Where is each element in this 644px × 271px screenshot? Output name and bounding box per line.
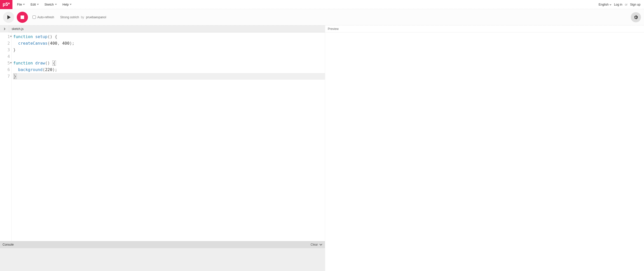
autorefresh-toggle[interactable]: Auto-refresh [33, 15, 54, 19]
token-fn: draw [35, 61, 45, 65]
token-bracket-match: } [13, 74, 17, 79]
console-body[interactable] [0, 248, 325, 271]
fold-icon[interactable] [10, 36, 12, 37]
sketch-title[interactable]: Strong ostrich [60, 15, 79, 19]
caret-down-icon [37, 4, 39, 5]
autorefresh-checkbox[interactable] [33, 15, 36, 19]
console-bar[interactable]: Console Clear [0, 241, 325, 248]
stop-button[interactable] [17, 12, 28, 23]
login-link[interactable]: Log in [614, 3, 622, 6]
token-pn [13, 41, 18, 46]
filename-label[interactable]: sketch.js [9, 27, 24, 31]
token-fn: background [18, 67, 42, 72]
menu-label: Sketch [44, 3, 54, 6]
play-icon [7, 15, 11, 19]
caret-down-icon [70, 4, 72, 5]
code-line[interactable]: } [13, 73, 325, 80]
code-line[interactable]: background(220); [13, 66, 325, 73]
token-kw: function [13, 61, 35, 65]
menu-help[interactable]: Help [60, 2, 74, 7]
menu-label: Help [62, 3, 69, 6]
console-clear-button[interactable]: Clear [310, 243, 322, 246]
token-pn [13, 67, 18, 72]
main-area: sketch.js 1234567 function setup() { cre… [0, 25, 644, 271]
code-editor[interactable]: 1234567 function setup() { createCanvas(… [0, 32, 325, 241]
left-pane: sketch.js 1234567 function setup() { cre… [0, 25, 325, 271]
code-area[interactable]: function setup() { createCanvas(400, 400… [12, 32, 325, 241]
token-pn: ( [48, 41, 50, 46]
code-line[interactable] [13, 53, 325, 60]
file-bar: sketch.js [0, 25, 325, 32]
menu-bar: FileEditSketchHelp [15, 2, 74, 7]
top-nav: p5* FileEditSketchHelp English Log in or… [0, 0, 644, 9]
gear-icon [633, 15, 638, 20]
token-pn: ); [70, 41, 74, 46]
toolbar: Auto-refresh Strong ostrich by pruebaesp… [0, 9, 644, 25]
preview-canvas [325, 32, 644, 271]
line-number: 3 [0, 47, 11, 53]
sketch-name: Strong ostrich by pruebaespanol [60, 15, 106, 19]
stop-icon [21, 15, 24, 19]
console-label: Console [3, 243, 14, 246]
token-num: 400 [50, 41, 57, 46]
menu-edit[interactable]: Edit [28, 2, 41, 7]
signup-link[interactable]: Sign up [630, 3, 640, 6]
code-line[interactable]: } [13, 47, 325, 53]
token-pn: } [13, 47, 16, 52]
preview-label: Preview [325, 25, 644, 32]
token-pn: , [57, 41, 62, 46]
menu-label: File [17, 3, 22, 6]
play-button[interactable] [3, 12, 14, 23]
line-number: 7 [0, 73, 11, 80]
logo[interactable]: p5* [0, 0, 12, 9]
line-number: 6 [0, 66, 11, 73]
line-number: 4 [0, 53, 11, 60]
or-text: or [625, 3, 628, 6]
token-fn: createCanvas [18, 41, 48, 46]
token-kw: function [13, 34, 35, 39]
autorefresh-label: Auto-refresh [37, 15, 54, 19]
settings-button[interactable] [631, 12, 641, 22]
sidebar-toggle-button[interactable] [0, 25, 9, 32]
code-line[interactable]: function draw() { [13, 60, 325, 66]
menu-label: Edit [30, 3, 36, 6]
line-gutter: 1234567 [0, 32, 12, 241]
nav-right: English Log in or Sign up [599, 3, 644, 6]
right-pane: Preview [325, 25, 644, 271]
token-pn: () [45, 61, 52, 65]
caret-down-icon [609, 4, 611, 6]
token-fn: setup [35, 34, 48, 39]
clear-label: Clear [310, 243, 318, 246]
fold-icon[interactable] [10, 62, 12, 64]
token-num: 400 [62, 41, 70, 46]
language-label: English [599, 3, 608, 6]
by-text: by [81, 15, 84, 19]
caret-down-icon [23, 4, 25, 5]
menu-file[interactable]: File [15, 2, 27, 7]
author-link[interactable]: pruebaespanol [86, 15, 106, 19]
line-number: 5 [0, 60, 11, 66]
chevron-down-icon [319, 243, 322, 246]
caret-down-icon [55, 4, 57, 5]
code-line[interactable]: createCanvas(400, 400); [13, 40, 325, 47]
code-line[interactable]: function setup() { [13, 33, 325, 40]
token-bracket-match: { [52, 60, 56, 66]
token-pn: ( [43, 67, 45, 72]
menu-sketch[interactable]: Sketch [42, 2, 59, 7]
line-number: 2 [0, 40, 11, 47]
language-select[interactable]: English [599, 3, 611, 6]
line-number: 1 [0, 33, 11, 40]
token-num: 220 [45, 67, 52, 72]
token-pn: () { [48, 34, 57, 39]
chevron-right-icon [3, 28, 6, 30]
token-pn: ); [52, 67, 57, 72]
